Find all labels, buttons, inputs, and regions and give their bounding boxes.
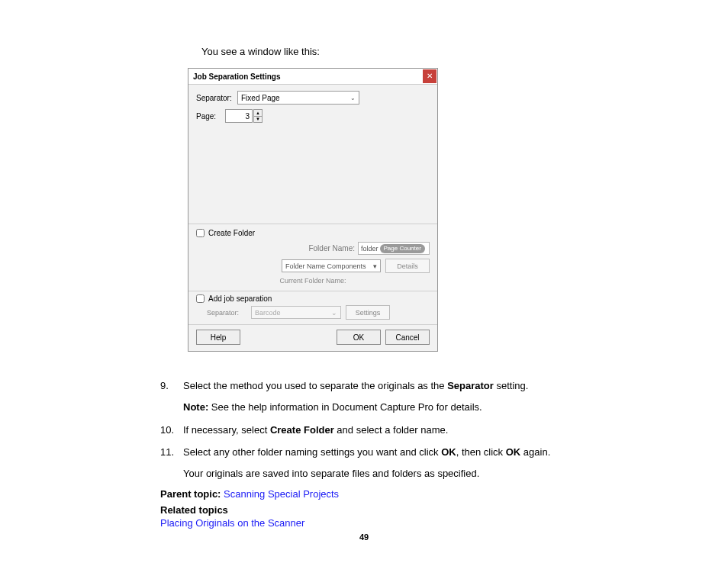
- chevron-down-icon: ⌄: [331, 309, 337, 317]
- job-separation-dialog: Job Separation Settings ✕ Separator: Fix…: [188, 68, 438, 352]
- close-icon: ✕: [427, 72, 433, 80]
- step-9: 9. Select the method you used to separat…: [160, 379, 667, 394]
- separator-section: Separator: Fixed Page ⌄ Page: 3 ▲ ▼: [188, 85, 437, 224]
- js-separator-label: Separator:: [207, 309, 246, 317]
- create-folder-checkbox[interactable]: [196, 229, 205, 237]
- folder-name-input[interactable]: folder Page Counter: [358, 242, 430, 255]
- js-settings-button[interactable]: Settings: [346, 305, 390, 320]
- cancel-button[interactable]: Cancel: [385, 330, 430, 345]
- folder-tag: Page Counter: [380, 244, 425, 253]
- dialog-titlebar: Job Separation Settings ✕: [188, 69, 437, 85]
- note-text: See the help information in Document Cap…: [208, 401, 482, 413]
- add-job-separation-label: Add job separation: [208, 294, 272, 303]
- related-topic-link[interactable]: Placing Originals on the Scanner: [160, 517, 304, 529]
- spinner-down-icon[interactable]: ▼: [253, 117, 263, 124]
- folder-name-label: Folder Name:: [308, 244, 355, 253]
- step-11: 11. Select any other folder naming setti…: [160, 446, 667, 460]
- spinner-up-icon[interactable]: ▲: [253, 109, 263, 117]
- folder-name-text: folder: [361, 245, 378, 253]
- separator-dropdown[interactable]: Fixed Page ⌄: [237, 91, 359, 105]
- details-button[interactable]: Details: [385, 259, 430, 273]
- step-bold: Create Folder: [270, 424, 334, 436]
- separator-label: Separator:: [196, 94, 237, 102]
- dialog-footer: Help OK Cancel: [188, 325, 437, 351]
- create-folder-label: Create Folder: [208, 229, 255, 237]
- help-button[interactable]: Help: [196, 330, 240, 345]
- page-label: Page:: [196, 112, 225, 121]
- current-folder-name-label: Current Folder Name:: [279, 277, 346, 285]
- step-text: , then click: [456, 446, 506, 458]
- note-label: Note:: [183, 401, 208, 413]
- step-text: again.: [520, 446, 550, 458]
- add-job-separation-checkbox[interactable]: [196, 294, 205, 303]
- step-bold: OK: [506, 446, 521, 458]
- dialog-title: Job Separation Settings: [193, 72, 280, 81]
- parent-topic: Parent topic: Scanning Special Projects: [160, 488, 667, 500]
- step-text: If necessary, select: [183, 424, 270, 436]
- folder-area: Folder Name: folder Page Counter Folder …: [188, 240, 437, 291]
- step-bold: Separator: [447, 380, 494, 391]
- step-text: Select the method you used to separate t…: [183, 380, 447, 391]
- js-separator-dropdown[interactable]: Barcode ⌄: [251, 306, 341, 319]
- step-number: 9.: [160, 379, 183, 394]
- related-topics: Related topics: [160, 504, 667, 516]
- add-job-separation-area: Add job separation Separator: Barcode ⌄ …: [188, 291, 437, 324]
- related-topics-label: Related topics: [160, 504, 228, 516]
- separator-value: Fixed Page: [241, 94, 280, 102]
- intro-text: You see a window like this:: [201, 46, 667, 57]
- fnc-label: Folder Name Components: [285, 262, 366, 270]
- page-input[interactable]: 3: [225, 109, 253, 123]
- js-separator-value: Barcode: [255, 309, 281, 317]
- step-bold: OK: [441, 446, 456, 458]
- parent-topic-label: Parent topic:: [160, 488, 224, 500]
- page-number: 49: [0, 532, 728, 542]
- step-10: 10. If necessary, select Create Folder a…: [160, 423, 667, 438]
- result-text: Your originals are saved into separate f…: [183, 468, 667, 479]
- note: Note: See the help information in Docume…: [183, 401, 667, 413]
- chevron-down-icon: ⌄: [350, 95, 356, 101]
- step-text: setting.: [494, 380, 529, 391]
- step-number: 11.: [160, 446, 183, 460]
- step-text: and select a folder name.: [334, 424, 449, 436]
- instruction-list: 9. Select the method you used to separat…: [160, 379, 667, 529]
- step-number: 10.: [160, 423, 183, 438]
- create-folder-row: Create Folder: [188, 224, 437, 240]
- chevron-down-icon: ▾: [373, 262, 377, 270]
- step-text: Select any other folder naming settings …: [183, 446, 441, 458]
- folder-name-components-dropdown[interactable]: Folder Name Components ▾: [282, 259, 381, 272]
- ok-button[interactable]: OK: [337, 330, 381, 345]
- page-spinner[interactable]: ▲ ▼: [253, 109, 263, 123]
- parent-topic-link[interactable]: Scanning Special Projects: [224, 488, 339, 500]
- close-button[interactable]: ✕: [423, 69, 436, 83]
